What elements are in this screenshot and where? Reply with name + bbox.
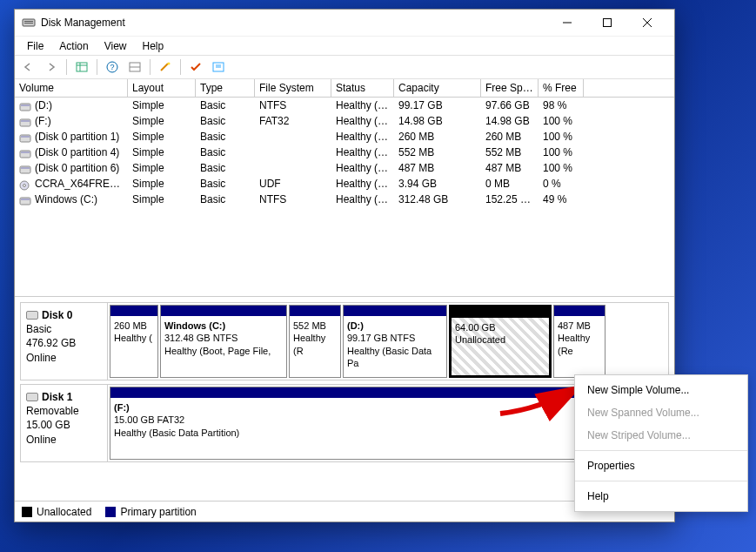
volume-row[interactable]: (Disk 0 partition 4)SimpleBasicHealthy (…	[15, 145, 674, 160]
view-details-button[interactable]	[71, 57, 92, 77]
svg-rect-7	[77, 63, 87, 71]
minimize-button[interactable]	[547, 10, 587, 36]
menu-properties[interactable]: Properties	[575, 454, 747, 477]
legend-unallocated: Unallocated	[37, 506, 91, 518]
maximize-button[interactable]	[587, 10, 627, 36]
partition[interactable]: 260 MBHealthy (	[110, 305, 158, 378]
volume-row[interactable]: (F:)SimpleBasicFAT32Healthy (B...14.98 G…	[15, 113, 674, 129]
menu-new-spanned-volume: New Spanned Volume...	[575, 401, 747, 424]
menu-view[interactable]: View	[97, 37, 134, 55]
partition-unallocated[interactable]: 64.00 GBUnallocated	[449, 305, 552, 378]
check-button[interactable]	[185, 57, 206, 77]
wizard-button[interactable]	[155, 57, 176, 77]
disk-icon	[26, 393, 38, 401]
svg-rect-4	[604, 19, 612, 27]
help-button[interactable]: ?	[102, 57, 123, 77]
volume-row[interactable]: (Disk 0 partition 1)SimpleBasicHealthy (…	[15, 129, 674, 145]
disk-row: Disk 0Basic476.92 GBOnline260 MBHealthy …	[20, 302, 669, 380]
toolbar: ?	[15, 55, 674, 79]
menu-new-simple-volume[interactable]: New Simple Volume...	[575, 379, 747, 401]
titlebar: Disk Management	[15, 10, 674, 36]
view-toggle-button[interactable]	[124, 57, 145, 77]
svg-rect-25	[21, 151, 30, 153]
menu-help[interactable]: Help	[136, 37, 171, 55]
drive-icon	[19, 118, 31, 126]
drive-icon	[19, 196, 31, 205]
nav-forward-button[interactable]	[41, 57, 62, 77]
svg-rect-27	[21, 167, 30, 169]
drive-icon	[19, 165, 31, 173]
menu-action[interactable]: Action	[52, 37, 95, 55]
volume-row[interactable]: (D:)SimpleBasicNTFSHealthy (B...99.17 GB…	[15, 98, 674, 113]
col-filesystem[interactable]: File System	[255, 79, 331, 97]
svg-text:?: ?	[110, 63, 114, 71]
svg-rect-31	[21, 199, 30, 200]
col-status[interactable]: Status	[331, 79, 394, 97]
volume-row[interactable]: (Disk 0 partition 6)SimpleBasicHealthy (…	[15, 160, 674, 176]
drive-icon	[19, 133, 31, 142]
col-capacity[interactable]: Capacity	[394, 79, 481, 97]
svg-rect-23	[21, 136, 30, 138]
close-button[interactable]	[627, 10, 667, 36]
svg-point-14	[168, 63, 171, 65]
partition[interactable]: 552 MBHealthy (R	[289, 305, 341, 378]
partition[interactable]: (F:)15.00 GB FAT32Healthy (Basic Data Pa…	[110, 387, 605, 460]
nav-back-button[interactable]	[18, 57, 39, 77]
context-menu: New Simple Volume... New Spanned Volume.…	[574, 374, 748, 512]
col-volume[interactable]: Volume	[15, 79, 128, 97]
drive-icon	[19, 180, 31, 189]
disk-info[interactable]: Disk 1Removable15.00 GBOnline	[21, 385, 108, 461]
disk-icon	[26, 311, 38, 320]
menu-help[interactable]: Help	[575, 485, 747, 508]
disk-info[interactable]: Disk 0Basic476.92 GBOnline	[21, 303, 108, 380]
partition[interactable]: 487 MBHealthy (Re	[553, 305, 605, 378]
column-headers: Volume Layout Type File System Status Ca…	[15, 79, 674, 98]
svg-rect-21	[21, 120, 30, 122]
col-freespace[interactable]: Free Spa...	[481, 79, 539, 97]
col-pctfree[interactable]: % Free	[539, 79, 584, 97]
svg-rect-19	[21, 104, 30, 106]
svg-rect-2	[24, 23, 33, 24]
svg-point-29	[23, 184, 26, 186]
app-icon	[22, 16, 36, 30]
volume-list[interactable]: Volume Layout Type File System Status Ca…	[15, 79, 674, 297]
partition[interactable]: (D:)99.17 GB NTFSHealthy (Basic Data Pa	[343, 305, 447, 378]
menu-new-striped-volume: New Striped Volume...	[575, 424, 747, 447]
svg-rect-1	[24, 21, 33, 22]
volume-row[interactable]: Windows (C:)SimpleBasicNTFSHealthy (B...…	[15, 192, 674, 207]
menubar: File Action View Help	[15, 36, 674, 55]
partition[interactable]: Windows (C:)312.48 GB NTFSHealthy (Boot,…	[160, 305, 287, 378]
drive-icon	[19, 149, 31, 158]
properties-button[interactable]	[208, 57, 229, 77]
legend-primary: Primary partition	[120, 506, 196, 518]
volume-row[interactable]: CCRA_X64FRE_EN...SimpleBasicUDFHealthy (…	[15, 176, 674, 192]
window-title: Disk Management	[41, 17, 125, 29]
drive-icon	[19, 102, 31, 111]
menu-file[interactable]: File	[20, 37, 50, 55]
col-layout[interactable]: Layout	[128, 79, 196, 97]
col-type[interactable]: Type	[196, 79, 255, 97]
disk-row: Disk 1Removable15.00 GBOnline(F:)15.00 G…	[20, 384, 669, 462]
